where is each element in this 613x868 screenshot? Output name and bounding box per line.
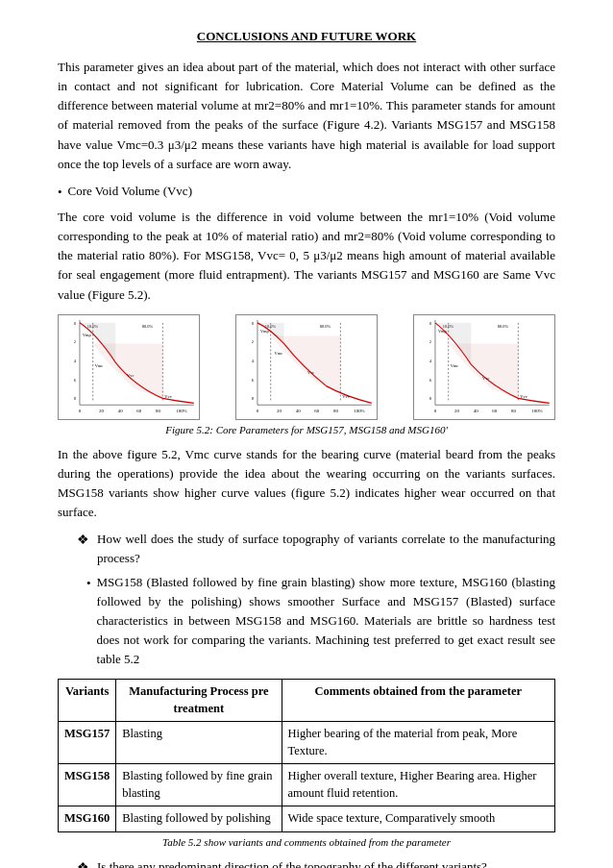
svg-text:0: 0 (434, 409, 437, 413)
svg-text:60: 60 (314, 409, 319, 413)
svg-text:0: 0 (79, 409, 82, 413)
table-cell-variant-msg158: MSG158 (59, 764, 116, 806)
svg-text:6: 6 (74, 377, 77, 382)
table-cell-process-msg157: Blasting (116, 722, 282, 764)
table-cell-process-msg160: Blasting followed by polishing (116, 806, 282, 832)
svg-text:20: 20 (454, 409, 459, 413)
figure-msg157: 0 20 40 60 80 100% 0 2 4 6 8 10.0% 80.0%… (58, 314, 200, 420)
diamond-bullet-q1: ❖ How well does the study of surface top… (77, 530, 555, 568)
table-cell-variant-msg160: MSG160 (59, 806, 116, 832)
variants-table: Variants Manufacturing Process pre treat… (58, 679, 555, 832)
svg-text:60: 60 (492, 409, 497, 413)
svg-text:Vmc: Vmc (451, 363, 459, 368)
svg-text:40: 40 (118, 409, 123, 413)
table-cell-comments-msg160: Wide space texture, Comparatively smooth (282, 806, 555, 832)
svg-text:0: 0 (429, 321, 432, 326)
diamond-q1-text: How well does the study of surface topog… (97, 530, 555, 568)
svg-text:8: 8 (252, 396, 255, 401)
svg-text:100%: 100% (176, 409, 186, 413)
svg-text:Vmc: Vmc (95, 363, 104, 368)
svg-text:20: 20 (99, 409, 104, 413)
paragraph-3: In the above figure 5.2, Vmc curve stand… (58, 445, 555, 523)
svg-text:0: 0 (74, 321, 77, 326)
svg-text:2: 2 (429, 339, 431, 344)
svg-text:Vvv: Vvv (164, 394, 172, 399)
svg-text:4: 4 (74, 359, 77, 363)
diamond-icon-1: ❖ (77, 530, 89, 551)
svg-text:40: 40 (474, 409, 478, 413)
svg-text:80.0%: 80.0% (498, 323, 509, 328)
svg-text:4: 4 (429, 359, 432, 363)
svg-text:Vmc: Vmc (275, 351, 283, 356)
table-cell-comments-msg158: Higher overall texture, Higher Bearing a… (282, 764, 555, 806)
svg-text:80: 80 (156, 409, 160, 413)
sub-bullet-msg158-text: MSG158 (Blasted followed by fine grain b… (97, 573, 555, 670)
table-header-variants: Variants (59, 680, 116, 722)
table-header-comments: Comments obtained from the parameter (282, 680, 555, 722)
figure-caption: Figure 5.2: Core Parameters for MSG157, … (58, 424, 555, 435)
svg-text:100%: 100% (531, 409, 542, 413)
bullet-core-label: Core Void Volume (Vvc) (68, 182, 192, 201)
paragraph-1: This parameter gives an idea about part … (58, 58, 555, 174)
svg-text:80: 80 (511, 409, 516, 413)
svg-text:40: 40 (296, 409, 301, 413)
svg-text:6: 6 (429, 377, 432, 382)
diamond-q2-text: Is there any predominant direction of th… (97, 857, 487, 868)
bullet-item-core: • Core Void Volume (Vvc) (58, 182, 555, 202)
figure-msg158: 0 20 40 60 80 100% 0 2 4 6 8 10.0% 80.0%… (235, 314, 378, 420)
svg-text:80.0%: 80.0% (142, 323, 154, 328)
sub-bullet-dot-icon: • (86, 574, 91, 593)
table-header-row: Variants Manufacturing Process pre treat… (59, 680, 555, 722)
svg-text:60: 60 (136, 409, 141, 413)
table-cell-variant-msg157: MSG157 (59, 722, 116, 764)
page-title: CONCLUSIONS AND FUTURE WORK (58, 29, 555, 44)
svg-text:2: 2 (252, 339, 254, 344)
table-cell-process-msg158: Blasting followed by fine grain blasting (116, 764, 282, 806)
bullet-dot-icon: • (58, 183, 62, 202)
bullet-section-core-void: • Core Void Volume (Vvc) (58, 182, 555, 202)
diamond-bullet-q2: ❖ Is there any predominant direction of … (77, 857, 555, 868)
table-header-process: Manufacturing Process pre treatment (116, 680, 282, 722)
svg-text:80.0%: 80.0% (320, 323, 331, 328)
paragraph-2: The core void volume is the difference i… (58, 208, 555, 305)
svg-text:0: 0 (257, 409, 259, 413)
svg-text:8: 8 (74, 396, 77, 401)
table-cell-comments-msg157: Higher bearing of the material from peak… (282, 722, 555, 764)
svg-text:80: 80 (333, 409, 338, 413)
svg-text:0: 0 (252, 321, 255, 326)
svg-text:2: 2 (74, 339, 76, 344)
svg-text:8: 8 (429, 396, 432, 401)
table-caption: Table 5.2 show variants and comments obt… (58, 836, 555, 848)
table-row: MSG158 Blasting followed by fine grain b… (59, 764, 555, 806)
svg-text:100%: 100% (354, 409, 364, 413)
sub-bullet-msg158: • MSG158 (Blasted followed by fine grain… (86, 573, 555, 670)
figures-row: 0 20 40 60 80 100% 0 2 4 6 8 10.0% 80.0%… (58, 314, 555, 420)
svg-text:Vvv: Vvv (520, 394, 527, 399)
svg-text:4: 4 (252, 359, 255, 363)
table-row: MSG160 Blasting followed by polishing Wi… (59, 806, 555, 832)
figure-msg160: 0 20 40 60 80 100% 0 2 4 6 8 10.0% 80.0%… (413, 314, 555, 420)
svg-text:20: 20 (277, 409, 282, 413)
svg-text:6: 6 (252, 377, 255, 382)
table-row: MSG157 Blasting Higher bearing of the ma… (59, 722, 555, 764)
diamond-icon-2: ❖ (77, 857, 89, 868)
svg-text:Vvv: Vvv (342, 394, 350, 399)
svg-text:Vmp: Vmp (83, 332, 92, 336)
